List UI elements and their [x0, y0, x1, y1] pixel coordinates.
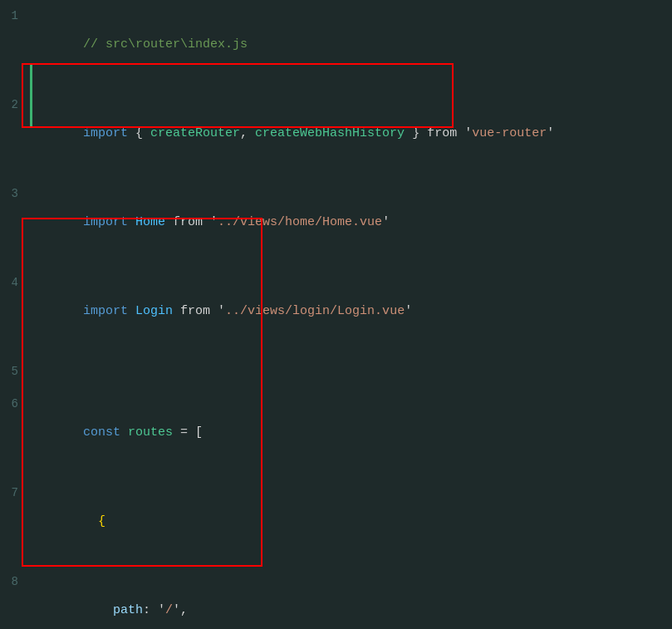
line-number-2: 2 — [0, 91, 30, 119]
token — [128, 215, 135, 229]
line-number-3: 3 — [0, 179, 30, 208]
line-number-5: 5 — [0, 357, 30, 386]
line-content-2: import { createRouter, createWebHashHist… — [30, 91, 672, 176]
token: path — [83, 603, 143, 617]
token: createWebHashHistory — [255, 126, 405, 140]
line-number-8: 8 — [0, 568, 30, 596]
token: const — [83, 425, 120, 440]
line-4: 4 import Login from '../views/login/Logi… — [0, 267, 672, 356]
line-content-1: // src\router\index.js — [30, 2, 672, 87]
line-1: 1 // src\router\index.js — [0, 0, 672, 89]
line-content-4: import Login from '../views/login/Login.… — [30, 269, 672, 354]
token: } — [405, 126, 427, 140]
line-8: 8 path: '/', — [0, 566, 672, 629]
token: = [ — [180, 425, 203, 440]
line-2: 2 import { createRouter, createWebHashHi… — [0, 89, 672, 178]
token: ../views/home/Home.vue — [218, 215, 382, 229]
line-content-5 — [30, 358, 672, 386]
token: Home — [135, 215, 165, 229]
token — [128, 304, 135, 318]
line-7: 7 { — [0, 477, 672, 566]
line-5: 5 — [0, 356, 672, 388]
token: createRouter — [150, 126, 240, 140]
token: : ' — [143, 603, 165, 617]
line-content-8: path: '/', — [30, 568, 672, 629]
token: ', — [173, 603, 188, 617]
token: Login — [135, 304, 173, 318]
token: ' — [547, 126, 554, 140]
token: from — [165, 215, 210, 229]
token: { — [128, 126, 150, 140]
token: routes — [120, 425, 180, 440]
token: ' — [218, 304, 225, 318]
line-content-3: import Home from '../views/home/Home.vue… — [30, 180, 672, 265]
code-editor: 1 // src\router\index.js 2 import { crea… — [0, 0, 672, 629]
line-content-7: { — [30, 479, 672, 564]
line-number-1: 1 — [0, 2, 30, 30]
token: import — [83, 126, 128, 140]
token: ' — [405, 304, 412, 318]
green-border-indicator — [30, 63, 32, 128]
token: ' — [382, 215, 390, 229]
token: import — [83, 304, 128, 318]
token: { — [83, 514, 105, 528]
token: / — [165, 603, 173, 617]
line-number-6: 6 — [0, 390, 30, 418]
token: , — [240, 126, 255, 140]
line-content-6: const routes = [ — [30, 391, 672, 475]
token: from — [173, 304, 218, 318]
line-3: 3 import Home from '../views/home/Home.v… — [0, 178, 672, 267]
token: import — [83, 215, 128, 229]
token: // src\router\index.js — [83, 37, 248, 52]
token: from — [427, 126, 457, 140]
token: ' — [457, 126, 472, 140]
line-number-4: 4 — [0, 268, 30, 297]
token: vue-router — [472, 126, 547, 140]
line-6: 6 const routes = [ — [0, 388, 672, 477]
line-number-7: 7 — [0, 479, 30, 507]
token: ../views/login/Login.vue — [225, 304, 405, 318]
token: ' — [210, 215, 218, 229]
